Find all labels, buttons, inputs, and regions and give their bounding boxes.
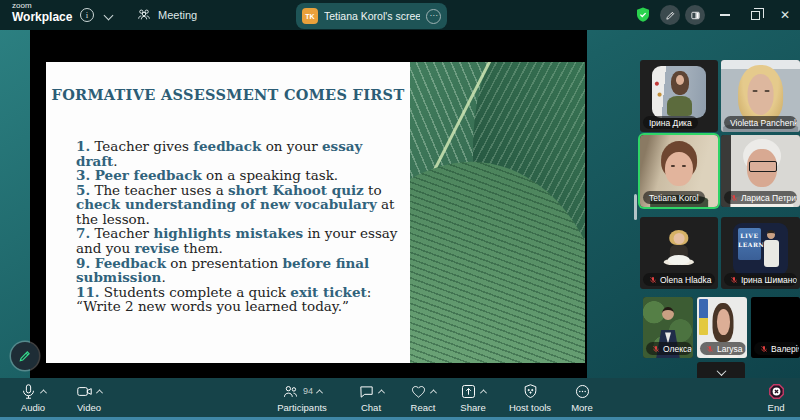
share-screen-icon	[460, 383, 477, 400]
button-label: Video	[77, 402, 101, 413]
restore-icon	[751, 11, 760, 20]
participant-tile[interactable]: Олексан...	[643, 297, 693, 358]
participant-tile[interactable]: Лариса Петрич...	[721, 135, 800, 207]
host-tools-button[interactable]: Host tools	[502, 382, 558, 413]
mic-off-icon	[706, 345, 714, 353]
participant-tile[interactable]: LIVELEARNІрина Шиманов...	[721, 217, 800, 289]
participant-name-badge: Ірина Шиманов...	[724, 273, 797, 286]
participant-name: Olena Hladka	[660, 275, 712, 285]
slide-line: 11. Students complete a quick exit ticke…	[76, 285, 398, 314]
pencil-icon	[18, 349, 32, 363]
security-shield-icon[interactable]	[634, 6, 652, 24]
participant-tile[interactable]: Ірина Дика	[640, 60, 718, 132]
participant-tile[interactable]: Olena Hladka	[640, 217, 718, 289]
more-button[interactable]: More	[560, 382, 604, 413]
view-layout-button[interactable]	[685, 5, 705, 25]
video-button[interactable]: Video	[64, 382, 114, 413]
participants-count: 94	[303, 386, 313, 396]
chevron-up-icon[interactable]	[40, 389, 47, 396]
chevron-up-icon[interactable]	[316, 389, 323, 396]
audio-button[interactable]: Audio	[10, 382, 56, 413]
participant-name: Ірина Шиманов...	[741, 275, 797, 285]
button-label: Share	[460, 402, 485, 413]
participant-tile[interactable]: Валерія ...	[751, 297, 800, 358]
participant-name: Валерія ...	[771, 344, 799, 354]
annotate-toolbar-button[interactable]	[660, 5, 680, 25]
button-label: Audio	[21, 402, 45, 413]
participant-name-badge: Larysa H...	[700, 342, 746, 355]
participants-icon	[282, 383, 299, 400]
participant-name-badge: Ірина Дика	[643, 116, 698, 129]
panel-scrollbar[interactable]	[634, 194, 637, 220]
restore-button[interactable]	[740, 0, 770, 30]
shared-screen-area: FORMATIVE ASSESSMENT COMES FIRST 1. Teac…	[30, 30, 587, 378]
participant-tile[interactable]: Tetiana Korol	[640, 135, 718, 207]
poster-text: LIVELEARN	[738, 231, 761, 249]
info-icon[interactable]: i	[80, 8, 94, 22]
more-icon	[574, 383, 591, 400]
button-label: More	[571, 402, 593, 413]
participant-name: Tetiana Korol	[649, 193, 699, 203]
slide-line: 5. The teacher uses a short Kahoot quiz …	[76, 183, 398, 227]
chevron-up-icon[interactable]	[430, 389, 437, 396]
chevron-up-icon[interactable]	[96, 389, 103, 396]
pencil-icon	[665, 10, 676, 21]
react-button[interactable]: React	[398, 382, 448, 413]
button-label: End	[768, 402, 785, 413]
mic-off-icon	[760, 345, 768, 353]
slide-line: 7. Teacher highlights mistakes in your e…	[76, 226, 398, 255]
slide-title: FORMATIVE ASSESSMENT COMES FIRST	[46, 86, 410, 103]
tab-meeting-label: Meeting	[158, 9, 197, 21]
camera-icon	[76, 383, 93, 400]
mic-off-icon	[730, 194, 738, 202]
host-tools-shield-icon	[522, 383, 539, 400]
participant-name-badge: Лариса Петрич...	[724, 191, 797, 204]
tab-options-icon[interactable]: ⋯	[426, 9, 441, 24]
participant-tile[interactable]: Larysa H...	[697, 297, 747, 358]
share-button[interactable]: Share	[448, 382, 498, 413]
button-label: Participants	[277, 402, 327, 413]
chevron-down-icon[interactable]	[104, 11, 114, 21]
participant-name: Violetta Panchenko	[730, 118, 797, 128]
react-heart-icon	[410, 383, 427, 400]
participant-tile[interactable]: Violetta Panchenko	[721, 60, 800, 132]
zoom-meeting-window: { "topbar": { "logo_line1": "zoom", "log…	[0, 0, 800, 420]
mic-off-icon	[730, 276, 738, 284]
close-button[interactable]: ✕	[770, 0, 800, 30]
zoom-workplace-logo: zoom Workplace	[12, 2, 72, 23]
participant-name: Олексан...	[663, 344, 692, 354]
participant-name: Ірина Дика	[649, 118, 692, 128]
people-group-icon	[136, 7, 152, 23]
tab-shared-screen-label: Tetiana Korol's screen	[324, 10, 420, 22]
tab-shared-screen[interactable]: TK Tetiana Korol's screen ⋯	[296, 3, 447, 29]
avatar-photo: LIVELEARN	[733, 223, 788, 275]
participants-video-panel: Ірина ДикаVioletta PanchenkoTetiana Koro…	[640, 60, 800, 390]
mic-icon	[20, 383, 37, 400]
title-bar: zoom Workplace i Meeting TK Tetiana Koro…	[0, 0, 800, 30]
chevron-up-icon[interactable]	[480, 389, 487, 396]
chevron-up-icon[interactable]	[378, 389, 385, 396]
minimize-button[interactable]	[710, 0, 740, 30]
chat-icon	[358, 383, 375, 400]
mic-off-icon	[649, 276, 657, 284]
annotate-float-button[interactable]	[11, 342, 39, 370]
minimize-icon	[720, 14, 730, 15]
slide-text-panel: FORMATIVE ASSESSMENT COMES FIRST 1. Teac…	[46, 62, 410, 363]
button-label: Host tools	[509, 402, 551, 413]
slide-line: 3. Peer feedback on a speaking task.	[76, 168, 398, 183]
avatar-photo	[652, 223, 706, 275]
slide-line: 9. Feedback on presentation before final…	[76, 256, 398, 285]
end-meeting-icon	[768, 383, 785, 400]
tab-meeting[interactable]: Meeting	[136, 4, 197, 26]
participants-button[interactable]: 94Participants	[262, 382, 342, 413]
layout-icon	[690, 10, 701, 21]
end-button[interactable]: End	[756, 382, 796, 413]
mic-off-icon	[652, 345, 660, 353]
participant-name-badge: Tetiana Korol	[643, 191, 705, 204]
button-label: Chat	[361, 402, 381, 413]
participant-name: Лариса Петрич...	[741, 193, 797, 203]
participant-name-badge: Валерія ...	[754, 342, 799, 355]
chat-button[interactable]: Chat	[346, 382, 396, 413]
slide-line: 1. Teacher gives feedback on your essay …	[76, 139, 398, 168]
chevron-down-icon	[716, 366, 726, 376]
